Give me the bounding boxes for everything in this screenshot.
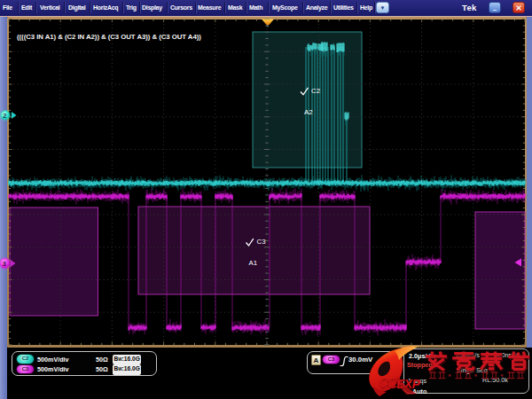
svg-text:A1: A1 [249, 259, 258, 267]
svg-text:3: 3 [3, 260, 6, 268]
svg-text:C2: C2 [311, 87, 320, 95]
svg-text:A2: A2 [304, 108, 313, 116]
svg-text:C3: C3 [257, 238, 266, 246]
svg-text:2: 2 [3, 112, 6, 120]
